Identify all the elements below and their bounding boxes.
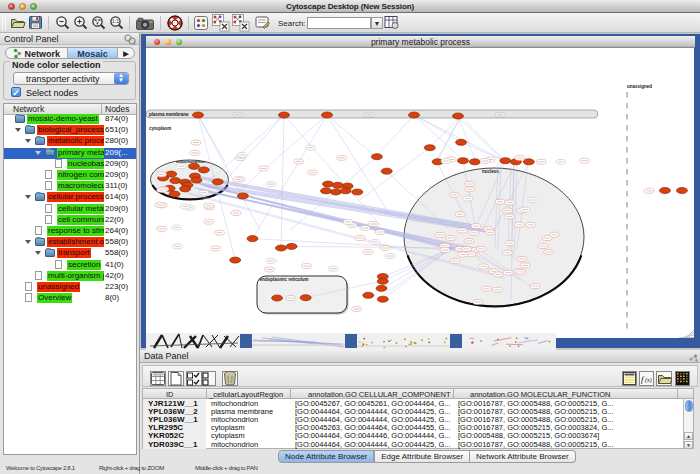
svg-text:1:1: 1:1 [112,18,119,24]
svg-text:plasma membrane: plasma membrane [149,112,189,117]
svg-text:nucleus: nucleus [482,169,500,174]
svg-text:endoplasmic reticulum: endoplasmic reticulum [260,277,309,282]
svg-text:(x): (x) [645,377,652,384]
svg-text:cytoplasm: cytoplasm [149,126,171,131]
svg-text:unassigned: unassigned [627,84,652,89]
svg-text:mitochondrion: mitochondrion [176,159,206,164]
